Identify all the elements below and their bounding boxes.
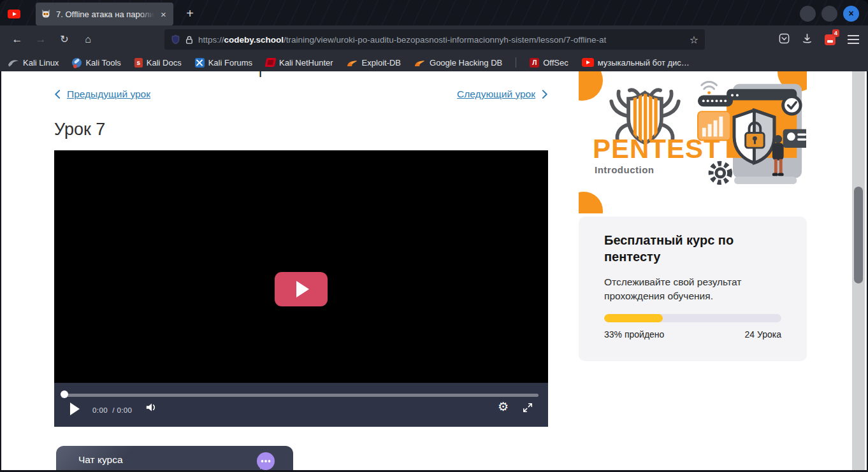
- titlebar: 7. Offline атака на пароли × + ×: [0, 0, 868, 25]
- page-title: Урок 7: [54, 120, 105, 139]
- card-title: Бесплатный курс по пентесту: [604, 232, 781, 266]
- next-lesson-link[interactable]: Следующий урок: [457, 89, 548, 100]
- lessons-count-label: 24 Урока: [744, 329, 781, 340]
- kali-linux-icon: [8, 58, 19, 68]
- maximize-button[interactable]: [821, 6, 837, 22]
- bookmark-kali-tools[interactable]: Kali Tools: [72, 58, 120, 68]
- url-path: /training/view/uroki-po-auditu-bezopasno…: [284, 35, 606, 45]
- minimize-button[interactable]: [800, 6, 816, 22]
- video-progress-bar[interactable]: [64, 394, 539, 397]
- pocket-save-icon[interactable]: [779, 33, 790, 46]
- bookmark-kali-linux[interactable]: Kali Linux: [8, 58, 59, 68]
- video-progress-handle[interactable]: [61, 390, 68, 398]
- progress-bar-track: [604, 314, 781, 322]
- chevron-right-icon: [542, 89, 548, 99]
- window-controls: ×: [800, 6, 859, 22]
- youtube-icon: [582, 58, 594, 67]
- video-player[interactable]: 0:00 / 0:00 ⚙: [54, 150, 548, 427]
- volume-icon[interactable]: [145, 402, 158, 415]
- reload-button[interactable]: ↻: [55, 30, 74, 49]
- toolbar-right-icons: 4: [779, 30, 859, 49]
- kali-tools-icon: [72, 58, 82, 68]
- orange-decor-circle: [579, 71, 603, 101]
- url-bar[interactable]: https://codeby.school/training/view/urok…: [164, 29, 705, 50]
- card-description: Отслеживайте свой результат прохождения …: [604, 275, 781, 303]
- kali-docs-icon: s: [134, 58, 143, 68]
- course-chat-panel[interactable]: Чат курса: [56, 446, 293, 470]
- active-tab[interactable]: 7. Offline атака на пароли ×: [36, 3, 173, 25]
- home-button[interactable]: ⌂: [78, 30, 98, 49]
- bookmark-kali-forums[interactable]: Kali Forums: [195, 58, 252, 68]
- course-banner: PENTEST Introduction: [579, 71, 807, 213]
- bookmarks-separator: [516, 57, 516, 68]
- course-illustration: [697, 73, 806, 195]
- bookmark-kali-nethunter[interactable]: Kali NetHunter: [266, 58, 333, 68]
- tab-close-icon[interactable]: ×: [161, 10, 166, 19]
- bookmarks-bar: Kali Linux Kali Tools s Kali Docs Kali F…: [0, 54, 868, 71]
- adblock-extension-icon[interactable]: 4: [825, 34, 835, 45]
- course-progress-card: Бесплатный курс по пентесту Отслеживайте…: [579, 217, 807, 361]
- google-hacking-db-bird-icon: [414, 59, 426, 67]
- orange-decor-circle: [579, 192, 603, 213]
- close-button[interactable]: ×: [843, 6, 859, 22]
- new-tab-button[interactable]: +: [181, 5, 199, 23]
- play-icon[interactable]: [70, 403, 80, 415]
- bookmark-exploit-db[interactable]: Exploit-DB: [347, 58, 401, 68]
- progress-percent-label: 33% пройдено: [604, 329, 664, 340]
- browser-window: 7. Offline атака на пароли × + × ← → ↻ ⌂…: [0, 0, 868, 472]
- progress-fill: [604, 314, 663, 322]
- settings-gear-icon[interactable]: ⚙: [498, 401, 509, 413]
- brand-subtitle: Introduction: [595, 164, 654, 175]
- chevron-left-icon: [54, 89, 61, 99]
- downloads-icon[interactable]: [802, 33, 813, 46]
- chat-bubble-icon[interactable]: [256, 452, 275, 470]
- clipped-page-title-fragment: [259, 71, 261, 77]
- scrollbar-track[interactable]: [852, 71, 865, 470]
- tracking-protection-shield-icon[interactable]: [171, 34, 180, 45]
- bookmark-music-bot[interactable]: музыкальный бот дис…: [582, 58, 690, 68]
- bookmark-google-hacking-db[interactable]: Google Hacking DB: [414, 58, 502, 68]
- kali-forums-icon: [195, 58, 205, 68]
- back-button[interactable]: ←: [8, 30, 27, 49]
- url-text[interactable]: https://codeby.school/training/view/urok…: [198, 35, 686, 45]
- exploit-db-bird-icon: [347, 59, 358, 67]
- pinned-tab-youtube[interactable]: [8, 10, 20, 18]
- scrollbar-thumb[interactable]: [854, 187, 863, 283]
- video-time: 0:00 / 0:00: [92, 406, 132, 414]
- bookmark-offsec[interactable]: Л OffSec: [530, 58, 568, 68]
- previous-lesson-link[interactable]: Предыдущий урок: [54, 89, 150, 100]
- bookmark-kali-docs[interactable]: s Kali Docs: [134, 58, 182, 68]
- video-controls-bar: 0:00 / 0:00 ⚙: [54, 383, 548, 427]
- offsec-icon: Л: [530, 58, 539, 68]
- big-play-button[interactable]: [275, 272, 328, 306]
- tab-title: 7. Offline атака на пароли: [56, 10, 157, 19]
- codeby-favicon-icon: [41, 9, 51, 19]
- url-protocol: https://: [198, 35, 224, 45]
- kali-nethunter-icon: [265, 58, 277, 67]
- lock-icon[interactable]: [185, 35, 193, 45]
- bookmark-star-icon[interactable]: ☆: [690, 34, 698, 46]
- navigation-toolbar: ← → ↻ ⌂ https://codeby.school/training/v…: [0, 25, 868, 54]
- fullscreen-icon[interactable]: [523, 403, 533, 415]
- extension-badge: 4: [832, 29, 839, 37]
- chat-title: Чат курса: [78, 454, 123, 466]
- menu-hamburger-icon[interactable]: [848, 35, 859, 36]
- url-domain: codeby.school: [224, 35, 284, 45]
- forward-button[interactable]: →: [31, 30, 50, 49]
- page-content: Предыдущий урок Следующий урок Урок 7 0:…: [1, 71, 867, 470]
